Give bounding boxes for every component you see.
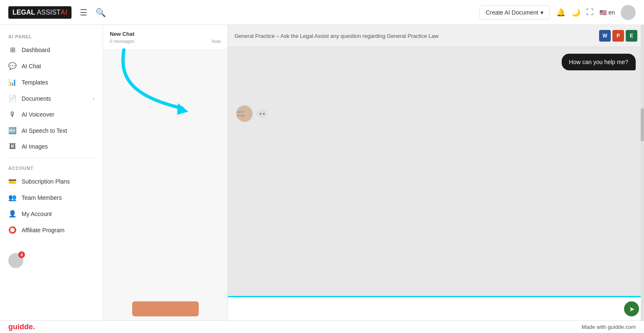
sidebar-item-subscription[interactable]: 💳 Subscription Plans bbox=[0, 173, 103, 189]
doc-icon-word[interactable]: W bbox=[599, 30, 611, 42]
documents-icon: 📄 bbox=[8, 94, 17, 102]
user-chat-avatar: Jane Smith bbox=[236, 105, 253, 122]
sidebar-item-my-account-label: My Account bbox=[22, 211, 94, 217]
chat-time: Now bbox=[212, 39, 221, 44]
logo-ai: AI bbox=[61, 9, 67, 16]
sidebar-item-documents-label: Documents bbox=[22, 95, 88, 102]
main-content: General Practice – Ask the Legal Assist … bbox=[228, 25, 644, 321]
sidebar-item-dashboard-label: Dashboard bbox=[22, 47, 94, 53]
sidebar-item-documents[interactable]: 📄 Documents › bbox=[0, 90, 103, 107]
logo-legal: LEGAL bbox=[12, 9, 35, 16]
documents-expand-arrow: › bbox=[93, 96, 94, 102]
chat-icon: 💬 bbox=[8, 62, 17, 70]
lang-label: en bbox=[608, 9, 615, 16]
chat-input-bar: ➤ bbox=[228, 296, 644, 321]
sidebar-divider bbox=[7, 158, 96, 158]
guidde-tagline: Made with guidde.com bbox=[582, 324, 636, 330]
header-left: LEGAL ASSIST AI ☰ 🔍 bbox=[8, 6, 106, 19]
bell-icon[interactable]: 🔔 bbox=[556, 8, 565, 17]
chat-body: How can you help me? Jane Smith bbox=[228, 47, 644, 296]
sidebar-item-team-label: Team Members bbox=[22, 194, 94, 201]
sidebar-item-dashboard[interactable]: ⊞ Dashboard bbox=[0, 42, 103, 58]
menu-icon[interactable]: ☰ bbox=[80, 7, 87, 17]
avatar-initials: Jane Smith bbox=[237, 110, 252, 117]
ai-message-bubble: How can you help me? bbox=[562, 54, 636, 70]
sidebar-item-templates-label: Templates bbox=[22, 79, 94, 86]
header: LEGAL ASSIST AI ☰ 🔍 Create AI Document ▾… bbox=[0, 0, 644, 25]
logo: LEGAL ASSIST AI bbox=[8, 6, 72, 19]
subscription-icon: 💳 bbox=[8, 177, 17, 185]
user-avatar[interactable] bbox=[621, 5, 636, 20]
sidebar-item-my-account[interactable]: 👤 My Account bbox=[0, 206, 103, 222]
typing-indicator bbox=[256, 109, 268, 118]
account-icon: 👤 bbox=[8, 210, 17, 218]
notification-badge: 4 bbox=[18, 251, 25, 258]
images-icon: 🖼 bbox=[8, 143, 17, 150]
chat-header: General Practice – Ask the Legal Assist … bbox=[228, 25, 644, 47]
scrollbar-thumb[interactable] bbox=[641, 108, 644, 142]
badge-container: 4 bbox=[8, 253, 23, 268]
create-doc-label: Create AI Document bbox=[486, 9, 538, 16]
sidebar-item-affiliate-label: Affiliate Program bbox=[22, 227, 94, 234]
doc-icons: W P E bbox=[599, 30, 637, 42]
sidebar-item-speech-label: AI Speech to Text bbox=[22, 127, 94, 134]
ai-panel-label: AI PANEL bbox=[0, 30, 103, 42]
chat-input[interactable] bbox=[233, 306, 621, 312]
fullscreen-icon[interactable]: ⛶ bbox=[586, 8, 594, 17]
send-icon: ➤ bbox=[629, 305, 634, 313]
chat-list-item[interactable]: New Chat 0 messages Now bbox=[103, 25, 227, 50]
bottom-bar: guidde. Made with guidde.com bbox=[0, 321, 644, 333]
arrow-svg bbox=[111, 42, 203, 125]
create-doc-arrow: ▾ bbox=[540, 9, 543, 16]
arrow-annotation bbox=[111, 42, 203, 127]
sidebar-item-ai-voiceover[interactable]: 🎙 AI Voiceover bbox=[0, 107, 103, 122]
sidebar-bottom-area: 4 bbox=[0, 246, 103, 275]
doc-icon-excel[interactable]: E bbox=[626, 30, 637, 42]
search-icon[interactable]: 🔍 bbox=[96, 7, 106, 17]
ai-message-text: How can you help me? bbox=[569, 59, 628, 65]
chat-item-title: New Chat bbox=[110, 31, 221, 37]
affiliate-icon: ⭕ bbox=[8, 226, 17, 234]
orange-button[interactable] bbox=[132, 301, 199, 316]
chat-header-text: General Practice – Ask the Legal Assist … bbox=[234, 33, 439, 39]
header-right: Create AI Document ▾ 🔔 🌙 ⛶ 🇺🇸 en bbox=[479, 5, 636, 20]
sidebar-item-subscription-label: Subscription Plans bbox=[22, 178, 94, 185]
dot-2 bbox=[263, 113, 265, 115]
speech-icon: 🔤 bbox=[8, 127, 17, 134]
sidebar-item-team[interactable]: 👥 Team Members bbox=[0, 189, 103, 206]
moon-icon[interactable]: 🌙 bbox=[571, 8, 580, 17]
sidebar-item-ai-chat[interactable]: 💬 AI Chat bbox=[0, 58, 103, 74]
chat-item-meta: 0 messages Now bbox=[110, 39, 221, 44]
sidebar-item-ai-speech[interactable]: 🔤 AI Speech to Text bbox=[0, 122, 103, 139]
sidebar-item-affiliate[interactable]: ⭕ Affiliate Program bbox=[0, 222, 103, 238]
sidebar-item-ai-chat-label: AI Chat bbox=[22, 63, 94, 70]
language-selector[interactable]: 🇺🇸 en bbox=[600, 9, 615, 16]
team-icon: 👥 bbox=[8, 194, 17, 201]
account-label: ACCOUNT bbox=[0, 162, 103, 173]
header-actions: 🔔 🌙 ⛶ 🇺🇸 en bbox=[556, 5, 636, 20]
sidebar: AI PANEL ⊞ Dashboard 💬 AI Chat 📊 Templat… bbox=[0, 25, 103, 321]
chat-messages-count: 0 messages bbox=[110, 39, 134, 44]
chat-list-panel: New Chat 0 messages Now bbox=[103, 25, 228, 321]
sidebar-item-voiceover-label: AI Voiceover bbox=[22, 111, 94, 118]
sidebar-item-templates[interactable]: 📊 Templates bbox=[0, 74, 103, 90]
sidebar-item-images-label: AI Images bbox=[22, 143, 94, 150]
create-doc-button[interactable]: Create AI Document ▾ bbox=[479, 5, 550, 20]
doc-icon-powerpoint[interactable]: P bbox=[612, 30, 624, 42]
templates-icon: 📊 bbox=[8, 78, 17, 86]
scrollbar-track bbox=[641, 25, 644, 321]
dot-1 bbox=[259, 113, 262, 115]
svg-marker-0 bbox=[177, 103, 188, 115]
dashboard-icon: ⊞ bbox=[8, 46, 17, 54]
voiceover-icon: 🎙 bbox=[8, 111, 17, 118]
send-button[interactable]: ➤ bbox=[624, 301, 639, 316]
guidde-logo: guidde. bbox=[8, 323, 35, 331]
logo-assist: ASSIST bbox=[37, 9, 61, 16]
user-chat-row: Jane Smith bbox=[236, 105, 636, 122]
flag-icon: 🇺🇸 bbox=[600, 9, 607, 16]
sidebar-item-ai-images[interactable]: 🖼 AI Images bbox=[0, 139, 103, 154]
